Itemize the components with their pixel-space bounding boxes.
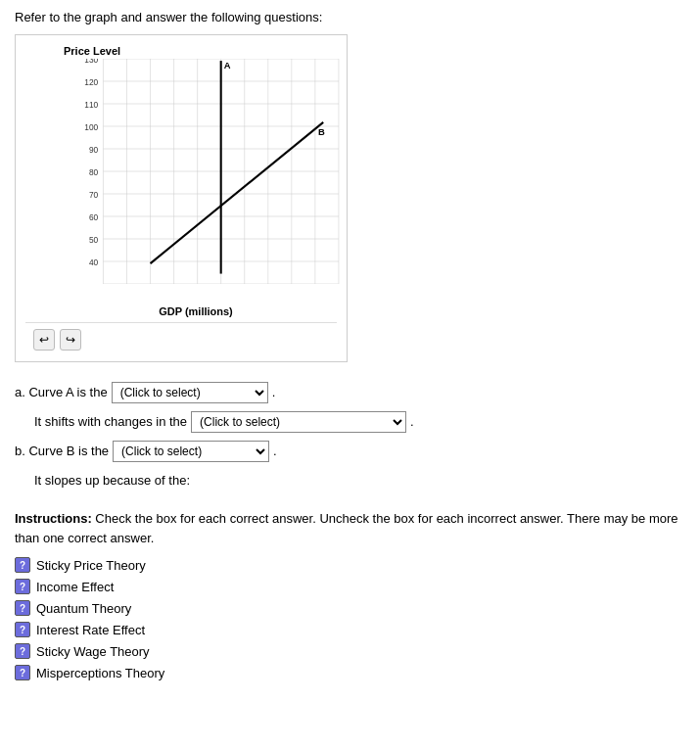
checkbox-icon[interactable]: ? [15,557,30,573]
checkbox-label: Income Effect [36,580,114,594]
question-b-slopes-row: It slopes up because of the: [34,468,685,493]
graph-container: Price Level [15,34,348,362]
svg-text:40: 40 [89,257,99,267]
b-slopes-text: It slopes up because of the: [34,468,190,493]
graph-inner: Price Level [34,45,328,317]
checkbox-item: ?Interest Rate Effect [15,622,685,637]
x-axis-label: GDP (millions) [64,305,328,317]
checkbox-label: Sticky Wage Theory [36,644,150,659]
a-shifts-prefix: It shifts with changes in the [34,409,187,435]
chart-area: 130 120 110 100 90 80 70 60 50 40 $0 $25… [64,59,348,284]
question-b-row: b. Curve B is the (Click to select) Aggr… [15,439,685,464]
svg-text:50: 50 [89,235,99,245]
checkbox-icon[interactable]: ? [15,665,30,680]
svg-text:110: 110 [84,100,98,110]
instructions-text: Check the box for each correct answer. U… [15,511,678,545]
undo-button[interactable]: ↩ [33,329,55,351]
curve-a-select[interactable]: (Click to select) Aggregate Demand Aggre… [112,382,268,403]
checkbox-item: ?Sticky Price Theory [15,557,685,573]
checkbox-item: ?Sticky Wage Theory [15,643,685,659]
svg-text:70: 70 [89,190,99,200]
y-axis-label: Price Level [64,45,328,57]
question-b-prefix: b. Curve B is the [15,439,109,464]
checkbox-icon[interactable]: ? [15,643,30,659]
question-a-prefix: a. Curve A is the [15,380,108,405]
chart-svg: 130 120 110 100 90 80 70 60 50 40 $0 $25… [64,59,348,284]
checkbox-icon[interactable]: ? [15,622,30,637]
svg-text:100: 100 [84,122,98,132]
checkbox-item: ?Income Effect [15,579,685,594]
question-a-row: a. Curve A is the (Click to select) Aggr… [15,380,685,405]
checkbox-list: ?Sticky Price Theory?Income Effect?Quant… [15,557,685,680]
svg-text:60: 60 [89,212,99,222]
svg-text:130: 130 [84,59,98,65]
question-section: a. Curve A is the (Click to select) Aggr… [15,380,685,493]
checkbox-item: ?Quantum Theory [15,600,685,616]
question-a-shifts-row: It shifts with changes in the (Click to … [34,409,685,435]
question-b-suffix: . [273,439,277,464]
svg-text:80: 80 [89,167,99,177]
svg-line-45 [151,122,324,263]
a-shifts-suffix: . [410,409,414,435]
a-shifts-select[interactable]: (Click to select) Price Level Real GDP I… [191,411,406,433]
checkbox-item: ?Misperceptions Theory [15,665,685,680]
intro-text: Refer to the graph and answer the follow… [15,10,685,24]
redo-button[interactable]: ↪ [60,329,81,351]
instructions-bold: Instructions: [15,511,92,526]
question-a-suffix: . [272,380,276,405]
checkbox-label: Quantum Theory [36,601,131,616]
checkbox-label: Sticky Price Theory [36,558,146,573]
graph-toolbar: ↩ ↪ [25,322,337,356]
checkbox-label: Misperceptions Theory [36,666,164,680]
svg-text:120: 120 [84,77,98,87]
checkbox-label: Interest Rate Effect [36,623,145,637]
svg-text:A: A [224,60,231,70]
svg-text:90: 90 [89,145,99,155]
curve-b-select[interactable]: (Click to select) Aggregate Demand Aggre… [113,441,269,462]
instructions-block: Instructions: Check the box for each cor… [15,509,685,547]
checkbox-icon[interactable]: ? [15,579,30,594]
checkbox-icon[interactable]: ? [15,600,30,616]
svg-text:B: B [318,126,325,137]
